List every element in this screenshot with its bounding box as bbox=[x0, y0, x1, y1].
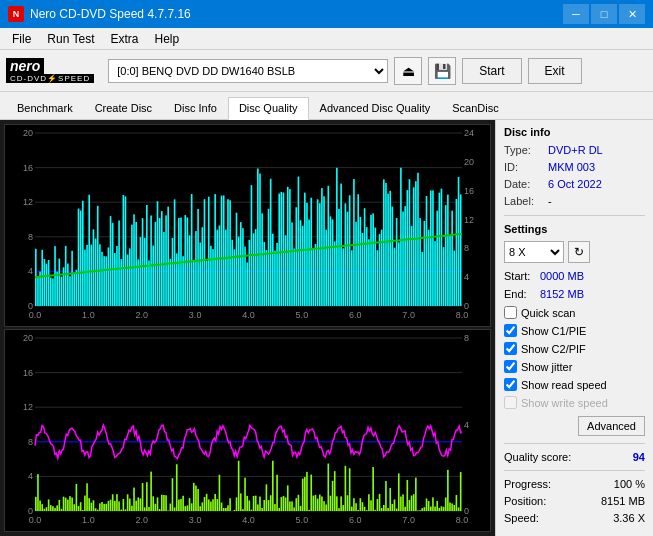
tabs: Benchmark Create Disc Disc Info Disc Qua… bbox=[0, 92, 653, 120]
top-chart bbox=[4, 124, 491, 327]
position-value: 8151 MB bbox=[601, 495, 645, 507]
speed-label: Speed: bbox=[504, 512, 539, 524]
end-label: End: bbox=[504, 288, 536, 300]
maximize-button[interactable]: □ bbox=[591, 4, 617, 24]
progress-value: 100 % bbox=[614, 478, 645, 490]
speed-select[interactable]: 8 X bbox=[504, 241, 564, 263]
settings-title: Settings bbox=[504, 223, 645, 235]
speed-row: 8 X ↻ bbox=[504, 241, 645, 263]
tab-scan-disc[interactable]: ScanDisc bbox=[441, 97, 509, 120]
quick-scan-row[interactable]: Quick scan bbox=[504, 306, 645, 319]
right-panel: Disc info Type: DVD+R DL ID: MKM 003 Dat… bbox=[495, 120, 653, 536]
start-mb-row: Start: 0000 MB bbox=[504, 270, 645, 282]
disc-id-value: MKM 003 bbox=[548, 161, 595, 173]
quality-score-value: 94 bbox=[633, 451, 645, 463]
drive-select[interactable]: [0:0] BENQ DVD DD DW1640 BSLB bbox=[108, 59, 388, 83]
nero-logo-subtitle: CD-DVD⚡SPEED bbox=[6, 74, 94, 83]
disc-label-row: Label: - bbox=[504, 195, 645, 207]
end-value: 8152 MB bbox=[540, 288, 584, 300]
close-button[interactable]: ✕ bbox=[619, 4, 645, 24]
advanced-button[interactable]: Advanced bbox=[578, 416, 645, 436]
eject-icon-button[interactable]: ⏏ bbox=[394, 57, 422, 85]
disc-id-row: ID: MKM 003 bbox=[504, 161, 645, 173]
quality-score-label: Quality score: bbox=[504, 451, 571, 463]
tab-disc-quality[interactable]: Disc Quality bbox=[228, 97, 309, 120]
show-read-speed-label: Show read speed bbox=[521, 379, 607, 391]
position-row: Position: 8151 MB bbox=[504, 495, 645, 507]
main-content: Disc info Type: DVD+R DL ID: MKM 003 Dat… bbox=[0, 120, 653, 536]
app-icon: N bbox=[8, 6, 24, 22]
tab-disc-info[interactable]: Disc Info bbox=[163, 97, 228, 120]
end-mb-row: End: 8152 MB bbox=[504, 288, 645, 300]
start-label: Start: bbox=[504, 270, 536, 282]
show-write-speed-row[interactable]: Show write speed bbox=[504, 396, 645, 409]
show-jitter-label: Show jitter bbox=[521, 361, 572, 373]
save-icon-button[interactable]: 💾 bbox=[428, 57, 456, 85]
show-read-speed-checkbox[interactable] bbox=[504, 378, 517, 391]
progress-label: Progress: bbox=[504, 478, 551, 490]
show-jitter-row[interactable]: Show jitter bbox=[504, 360, 645, 373]
start-value: 0000 MB bbox=[540, 270, 584, 282]
speed-value: 3.36 X bbox=[613, 512, 645, 524]
disc-date-label: Date: bbox=[504, 178, 544, 190]
show-c2pif-checkbox[interactable] bbox=[504, 342, 517, 355]
pi-failures-chart bbox=[5, 330, 490, 531]
window-controls: ─ □ ✕ bbox=[563, 4, 645, 24]
pi-errors-chart bbox=[5, 125, 490, 326]
disc-type-label: Type: bbox=[504, 144, 544, 156]
start-button[interactable]: Start bbox=[462, 58, 521, 84]
show-c2pif-label: Show C2/PIF bbox=[521, 343, 586, 355]
charts-area bbox=[0, 120, 495, 536]
position-label: Position: bbox=[504, 495, 546, 507]
tab-create-disc[interactable]: Create Disc bbox=[84, 97, 163, 120]
menu-run-test[interactable]: Run Test bbox=[39, 30, 102, 48]
show-write-speed-checkbox[interactable] bbox=[504, 396, 517, 409]
disc-id-label: ID: bbox=[504, 161, 544, 173]
show-write-speed-label: Show write speed bbox=[521, 397, 608, 409]
progress-row: Progress: 100 % bbox=[504, 478, 645, 490]
menu-help[interactable]: Help bbox=[147, 30, 188, 48]
title-bar: N Nero CD-DVD Speed 4.7.7.16 ─ □ ✕ bbox=[0, 0, 653, 28]
show-c1pie-checkbox[interactable] bbox=[504, 324, 517, 337]
quick-scan-label: Quick scan bbox=[521, 307, 575, 319]
show-jitter-checkbox[interactable] bbox=[504, 360, 517, 373]
nero-logo-text: nero bbox=[6, 58, 44, 74]
tab-benchmark[interactable]: Benchmark bbox=[6, 97, 84, 120]
nero-logo: nero CD-DVD⚡SPEED bbox=[6, 58, 94, 83]
show-c2pif-row[interactable]: Show C2/PIF bbox=[504, 342, 645, 355]
quick-scan-checkbox[interactable] bbox=[504, 306, 517, 319]
bottom-chart bbox=[4, 329, 491, 532]
show-c1pie-row[interactable]: Show C1/PIE bbox=[504, 324, 645, 337]
speed-row-progress: Speed: 3.36 X bbox=[504, 512, 645, 524]
menu-file[interactable]: File bbox=[4, 30, 39, 48]
quality-score-row: Quality score: 94 bbox=[504, 451, 645, 463]
disc-date-row: Date: 6 Oct 2022 bbox=[504, 178, 645, 190]
disc-date-value: 6 Oct 2022 bbox=[548, 178, 602, 190]
menu-extra[interactable]: Extra bbox=[102, 30, 146, 48]
disc-info-title: Disc info bbox=[504, 126, 645, 138]
show-read-speed-row[interactable]: Show read speed bbox=[504, 378, 645, 391]
exit-button[interactable]: Exit bbox=[528, 58, 582, 84]
tab-advanced-disc-quality[interactable]: Advanced Disc Quality bbox=[309, 97, 442, 120]
disc-type-value: DVD+R DL bbox=[548, 144, 603, 156]
refresh-button[interactable]: ↻ bbox=[568, 241, 590, 263]
show-c1pie-label: Show C1/PIE bbox=[521, 325, 586, 337]
disc-type-row: Type: DVD+R DL bbox=[504, 144, 645, 156]
divider-3 bbox=[504, 470, 645, 471]
disc-label-value: - bbox=[548, 195, 552, 207]
minimize-button[interactable]: ─ bbox=[563, 4, 589, 24]
toolbar: nero CD-DVD⚡SPEED [0:0] BENQ DVD DD DW16… bbox=[0, 50, 653, 92]
divider-2 bbox=[504, 443, 645, 444]
menu-bar: File Run Test Extra Help bbox=[0, 28, 653, 50]
disc-label-label: Label: bbox=[504, 195, 544, 207]
divider-1 bbox=[504, 215, 645, 216]
title-bar-text: Nero CD-DVD Speed 4.7.7.16 bbox=[30, 7, 191, 21]
